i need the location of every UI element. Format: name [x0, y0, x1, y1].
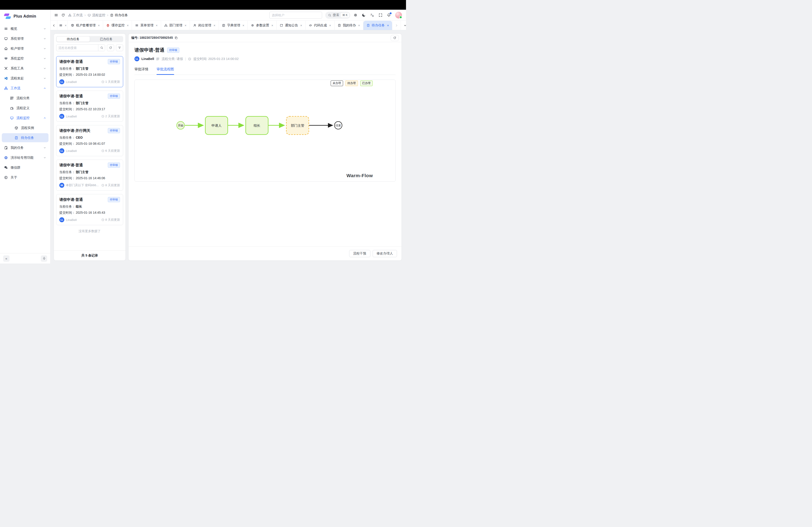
tab-approval-detail[interactable]: 审批详情	[134, 67, 148, 75]
close-icon[interactable]: ×	[185, 24, 187, 27]
translate-icon[interactable]	[370, 13, 374, 17]
reset-search-button[interactable]	[107, 44, 114, 51]
refresh-page-button[interactable]	[61, 13, 65, 17]
task-card[interactable]: 请假申请-普通 待审核 当前任务：组长 提交时间：2025-01-16 14:4…	[56, 194, 123, 225]
search-icon	[100, 46, 103, 49]
sidebar-item-workflow[interactable]: 工作流	[2, 84, 48, 93]
sidebar-item-tenant-mgmt[interactable]: 租户管理	[2, 44, 48, 53]
change-assignee-button[interactable]: 修改办理人	[373, 250, 397, 257]
tab-code-gen[interactable]: 代码生成 ×	[306, 21, 334, 30]
task-label: 当前任务：	[59, 136, 75, 140]
close-icon[interactable]: ×	[358, 24, 360, 27]
tab-param-settings[interactable]: 参数设置 ×	[248, 21, 277, 30]
sidebar-item-process-category[interactable]: 流程分类	[2, 93, 48, 103]
tab-tenant-package[interactable]: 租户套餐管理 ×	[68, 21, 103, 30]
chevron-down-icon	[43, 77, 46, 80]
tabs-dropdown-button[interactable]	[401, 21, 406, 30]
chevron-down-icon	[43, 37, 46, 40]
breadcrumb-workflow[interactable]: 工作流	[68, 13, 83, 17]
fullscreen-icon[interactable]	[378, 13, 382, 17]
close-icon[interactable]: ×	[98, 24, 100, 27]
sidebar-item-process-instance[interactable]: 流程实例	[2, 123, 48, 132]
breadcrumb-process-monitor[interactable]: 流程监控	[88, 13, 105, 17]
sidebar-item-system-mgmt[interactable]: 系统管理	[2, 34, 48, 43]
breadcrumb-label: 待办任务	[115, 13, 128, 17]
tab-post-mgmt[interactable]: 岗位管理 ×	[190, 21, 219, 30]
gear-icon[interactable]	[353, 13, 358, 17]
sidebar-item-system-monitor[interactable]: 系统监控	[2, 54, 48, 63]
sidebar-item-process-definition[interactable]: 流程定义	[2, 104, 48, 112]
tenant-select-input[interactable]	[269, 12, 322, 19]
tabs-scroll-right-button[interactable]	[392, 21, 401, 30]
category-grid-icon	[10, 96, 14, 100]
tab-my-todo[interactable]: 我的待办 ×	[334, 21, 363, 30]
sidebar-item-process-launch[interactable]: 流程发起	[2, 74, 48, 83]
tab-announcements[interactable]: 通知公告 ×	[277, 21, 305, 30]
segment-todo-tasks[interactable]: 待办任务	[57, 36, 90, 42]
user-avatar[interactable]	[395, 12, 402, 18]
announcement-icon	[280, 24, 283, 27]
close-icon[interactable]: ×	[127, 24, 129, 27]
sidebar-item-label: 租户管理	[11, 46, 24, 51]
sidebar-item-demo-features[interactable]: 演示站专用功能	[2, 153, 48, 162]
flowchart-canvas[interactable]: 未办理 待办理 已办理	[134, 79, 396, 182]
search-submit-button[interactable]	[98, 45, 105, 51]
sidebar-item-system-tools[interactable]: 系统工具	[2, 64, 48, 73]
copy-icon[interactable]	[175, 36, 178, 40]
task-card[interactable]: 请假申请-普通 待审核 当前任务：部门主管 提交时间：2025-01-22 10…	[56, 91, 123, 122]
tab-dictionary-mgmt[interactable]: 字典管理 ×	[219, 21, 248, 30]
tab-menu-mgmt[interactable]: 菜单管理 ×	[132, 21, 161, 30]
global-search-button[interactable]: 搜索 ⌘ K	[325, 12, 350, 19]
category-grid-icon	[156, 57, 159, 61]
package-icon	[71, 24, 74, 27]
close-icon[interactable]: ×	[271, 24, 273, 27]
funnel-icon	[118, 46, 121, 49]
process-intervene-button[interactable]: 流程干预	[349, 250, 371, 257]
sidebar-item-about[interactable]: 关于	[2, 173, 48, 182]
notifications-bell[interactable]	[387, 13, 391, 17]
filter-button[interactable]	[116, 44, 123, 51]
time-value: 2025-01-22 10:23:17	[76, 107, 105, 111]
refresh-detail-button[interactable]	[391, 35, 399, 41]
close-icon[interactable]: ×	[329, 24, 331, 27]
segment-done-tasks[interactable]: 已办任务	[90, 36, 123, 42]
task-card[interactable]: 请假申请-并行网关 待审核 当前任务：CEO 提交时间：2025-01-18 0…	[56, 125, 123, 156]
tabs-scroll-left-button[interactable]	[50, 21, 57, 30]
sidebar-item-wechat-group[interactable]: 微信群	[2, 163, 48, 172]
dark-mode-moon-icon[interactable]	[362, 13, 366, 17]
close-icon[interactable]: ×	[65, 24, 67, 27]
sidebar-item-my-tasks[interactable]: 我的任务	[2, 143, 48, 152]
hamburger-menu-button[interactable]	[54, 13, 58, 17]
app-logo[interactable]: Plus Admin	[0, 10, 50, 23]
clipboard-icon	[4, 146, 8, 150]
time-value: 2025-01-16 14:45:43	[76, 211, 105, 215]
close-icon[interactable]: ×	[156, 24, 157, 27]
collapse-sidebar-button[interactable]: «	[3, 255, 10, 262]
task-card[interactable]: 请假申请-普通 待审核 当前任务：部门主管 提交时间：2025-01-23 14…	[56, 56, 123, 87]
tab-todo-tasks[interactable]: 待办任务 ×	[363, 21, 392, 30]
tab-cache-monitor[interactable]: 缓存监控 ×	[103, 21, 132, 30]
search-label: 搜索	[333, 13, 339, 17]
sidebar-item-overview[interactable]: 概览	[2, 24, 48, 33]
task-card[interactable]: 请假申请-普通 待审核 当前任务：部门主管 提交时间：2025-01-16 14…	[56, 160, 123, 191]
clock-icon	[101, 80, 104, 84]
close-icon[interactable]: ×	[243, 24, 244, 27]
sidebar-item-todo-tasks[interactable]: 待办任务	[2, 133, 48, 142]
close-icon[interactable]: ×	[214, 24, 215, 27]
tab-label: 缓存监控	[112, 23, 125, 28]
process-name-search-input[interactable]	[56, 46, 98, 49]
todo-note-icon	[110, 14, 114, 17]
clock-icon	[101, 149, 104, 152]
tab-department-mgmt[interactable]: 部门管理 ×	[161, 21, 190, 30]
close-icon[interactable]: ×	[300, 24, 302, 27]
sidebar-item-process-monitor[interactable]: 流程监控	[2, 114, 48, 122]
tab-partial[interactable]: ×	[57, 21, 68, 30]
globe-icon	[4, 156, 8, 160]
tab-approval-flowchart[interactable]: 审批流程图	[157, 67, 174, 75]
pin-sidebar-button[interactable]	[41, 255, 47, 262]
flow-node-label: 申请人	[212, 123, 222, 127]
tab-label: 通知公告	[285, 23, 298, 28]
close-icon[interactable]: ×	[387, 24, 389, 27]
user-name: LinaBell	[66, 115, 101, 118]
breadcrumb-todo-tasks[interactable]: 待办任务	[110, 13, 128, 17]
